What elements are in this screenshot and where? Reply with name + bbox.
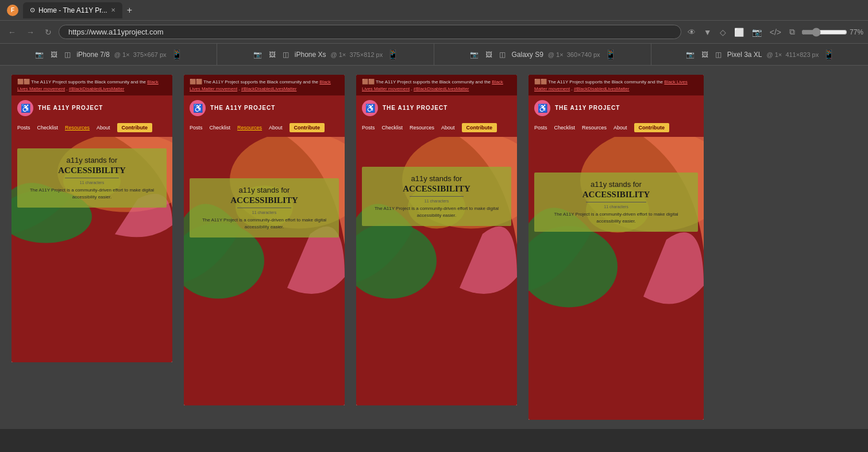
nav-checklist-s9[interactable]: Checklist bbox=[382, 125, 403, 131]
site-nav-header-pixel3axl: ♿ THE A11Y PROJECT bbox=[528, 95, 704, 121]
site-hero-galaxys9: a11y stands for ACCESSIBILITY 11 charact… bbox=[356, 137, 517, 309]
device-screenshot-icon-iphone78[interactable]: 🖼 bbox=[49, 49, 59, 60]
site-hero-iphone78: a11y stands for ACCESSIBILITY 11 charact… bbox=[11, 137, 172, 252]
site-logo-text-p3: THE A11Y PROJECT bbox=[555, 105, 620, 111]
nav-about-p3[interactable]: About bbox=[614, 125, 627, 131]
device-frame-iphonexs: 🟫🟫 The A11Y Project supports the Black c… bbox=[184, 75, 345, 405]
new-tab-button[interactable]: + bbox=[125, 5, 134, 16]
nav-about-xs[interactable]: About bbox=[269, 125, 283, 131]
nav-contribute-button[interactable]: Contribute bbox=[117, 123, 153, 132]
shield-icon[interactable]: ◇ bbox=[717, 25, 729, 39]
nav-posts-xs[interactable]: Posts bbox=[190, 125, 203, 131]
accessibility-icon: ♿ bbox=[21, 104, 30, 113]
site-logo-circle-p3: ♿ bbox=[534, 100, 550, 116]
device-info-pixel3axl: @ 1× 411×823 px bbox=[766, 51, 819, 58]
site-hero-pixel3axl: a11y stands for ACCESSIBILITY 11 charact… bbox=[528, 137, 704, 321]
site-nav-header-iphone78: ♿ THE A11Y PROJECT bbox=[11, 95, 172, 121]
device-layers-icon-iphone78[interactable]: ◫ bbox=[63, 49, 72, 60]
devtools-icon[interactable]: </> bbox=[767, 25, 784, 39]
banner-text: The A11Y Project supports the Black comm… bbox=[31, 79, 146, 85]
nav-resources-xs[interactable]: Resources bbox=[237, 125, 262, 131]
hero-title-line2-p3: ACCESSIBILITY bbox=[541, 190, 691, 200]
hero-title-line2-xs: ACCESSIBILITY bbox=[196, 196, 332, 205]
device-name-iphone78: iPhone 7/8 bbox=[76, 51, 109, 59]
site-nav-iphonexs: Posts Checklist Resources About Contribu… bbox=[184, 121, 345, 137]
banner-bdlm-link-xs[interactable]: #BlackDisabledLivesMatter bbox=[241, 86, 297, 91]
hero-footnote-p3: 11 characters bbox=[541, 205, 691, 209]
device-info-iphonexs: @ 1× 375×812 px bbox=[330, 51, 383, 58]
nav-about-s9[interactable]: About bbox=[441, 125, 455, 131]
site-logo-text-s9: THE A11Y PROJECT bbox=[383, 105, 447, 111]
device-screenshot-icon-iphonexs[interactable]: 🖼 bbox=[268, 49, 277, 60]
device-icon-iphonexs: 📱 bbox=[387, 49, 399, 60]
device-info-iphone78: @ 1× 375×667 px bbox=[114, 51, 167, 58]
nav-posts-s9[interactable]: Posts bbox=[362, 125, 375, 131]
browser-chrome: F ⊙ Home - The A11Y Pr... ✕ + bbox=[0, 0, 868, 21]
site-logo-text: THE A11Y PROJECT bbox=[38, 105, 103, 111]
site-logo-circle-s9: ♿ bbox=[362, 100, 378, 116]
device-name-iphonexs: iPhone Xs bbox=[295, 51, 326, 59]
responsive-mode-icon[interactable]: ⧉ bbox=[786, 25, 798, 39]
bookmark-icon[interactable]: ⬜ bbox=[731, 25, 747, 39]
nav-checklist-p3[interactable]: Checklist bbox=[554, 125, 576, 131]
device-frame-galaxys9: 🟫🟫 The A11Y Project supports the Black c… bbox=[356, 75, 517, 405]
nav-contribute-button-p3[interactable]: Contribute bbox=[634, 123, 670, 132]
device-layers-icon-pixel3axl[interactable]: ◫ bbox=[714, 49, 723, 60]
device-icon-iphone78: 📱 bbox=[171, 49, 183, 60]
tab-bar: ⊙ Home - The A11Y Pr... ✕ + bbox=[23, 2, 134, 18]
filter-icon[interactable]: ▼ bbox=[701, 25, 715, 39]
device-info-galaxys9: @ 1× 360×740 px bbox=[548, 51, 600, 58]
nav-checklist[interactable]: Checklist bbox=[37, 125, 59, 131]
screenshot-icon[interactable]: 📷 bbox=[749, 25, 765, 39]
forward-button[interactable]: → bbox=[23, 25, 38, 39]
hero-divider bbox=[65, 178, 119, 178]
site-nav-galaxys9: Posts Checklist Resources About Contribu… bbox=[356, 121, 517, 137]
nav-contribute-button-xs[interactable]: Contribute bbox=[290, 123, 325, 132]
nav-resources-s9[interactable]: Resources bbox=[410, 125, 434, 131]
device-layers-icon-iphonexs[interactable]: ◫ bbox=[281, 49, 290, 60]
device-camera-icon-iphone78[interactable]: 📷 bbox=[34, 49, 45, 60]
device-preview-pixel3axl: 🟫🟫 The A11Y Project supports the Black c… bbox=[528, 75, 704, 420]
nav-checklist-xs[interactable]: Checklist bbox=[210, 125, 231, 131]
device-icon-pixel3axl: 📱 bbox=[823, 49, 835, 60]
site-content-pixel3axl: 🟫🟫 The A11Y Project supports the Black c… bbox=[528, 75, 704, 420]
accessibility-icon-s9: ♿ bbox=[365, 104, 375, 113]
back-button[interactable]: ← bbox=[5, 25, 20, 39]
hero-footnote: 11 characters bbox=[24, 181, 160, 185]
address-bar-row: ← → ↻ https://www.a11yproject.com 👁 ▼ ◇ … bbox=[0, 21, 868, 44]
reload-button[interactable]: ↻ bbox=[41, 25, 55, 39]
device-screenshot-icon-pixel3axl[interactable]: 🖼 bbox=[700, 49, 709, 60]
active-tab[interactable]: ⊙ Home - The A11Y Pr... ✕ bbox=[23, 2, 122, 18]
hero-subtitle-s9: The A11Y Project is a community-driven e… bbox=[369, 205, 504, 219]
nav-posts-p3[interactable]: Posts bbox=[534, 125, 547, 131]
site-banner-iphone78: 🟫🟫 The A11Y Project supports the Black c… bbox=[11, 75, 172, 95]
site-logo-circle: ♿ bbox=[17, 100, 33, 116]
device-layers-icon-galaxys9[interactable]: ◫ bbox=[498, 49, 507, 60]
device-camera-icon-iphonexs[interactable]: 📷 bbox=[252, 49, 263, 60]
hero-title-line1-p3: a11y stands for bbox=[541, 179, 691, 190]
tab-close-button[interactable]: ✕ bbox=[111, 7, 115, 13]
nav-posts[interactable]: Posts bbox=[17, 125, 30, 131]
device-name-galaxys9: Galaxy S9 bbox=[511, 51, 543, 59]
tab-favicon: ⊙ bbox=[30, 6, 35, 14]
zoom-control: 77% bbox=[801, 28, 863, 37]
site-content-iphone78: 🟫🟫 The A11Y Project supports the Black c… bbox=[11, 75, 172, 362]
reader-view-icon[interactable]: 👁 bbox=[685, 25, 699, 39]
zoom-slider[interactable] bbox=[801, 28, 847, 37]
device-camera-icon-pixel3axl[interactable]: 📷 bbox=[685, 49, 696, 60]
hero-title-line1-xs: a11y stands for bbox=[196, 185, 332, 196]
banner-bdlm-link[interactable]: #BlackDisabledLivesMatter bbox=[69, 86, 125, 91]
address-bar[interactable]: https://www.a11yproject.com bbox=[59, 25, 681, 39]
banner-bdlm-link-s9[interactable]: #BlackDisabledLivesMatter bbox=[414, 86, 469, 91]
device-camera-icon-galaxys9[interactable]: 📷 bbox=[469, 49, 480, 60]
banner-bdlm-link-p3[interactable]: #BlackDisabledLivesMatter bbox=[574, 86, 630, 91]
nav-resources[interactable]: Resources bbox=[65, 125, 90, 131]
nav-resources-p3[interactable]: Resources bbox=[582, 125, 607, 131]
zoom-value: 77% bbox=[850, 28, 863, 36]
nav-contribute-button-s9[interactable]: Contribute bbox=[462, 123, 497, 132]
device-screenshot-icon-galaxys9[interactable]: 🖼 bbox=[484, 49, 493, 60]
nav-about[interactable]: About bbox=[97, 125, 110, 131]
site-nav-header-iphonexs: ♿ THE A11Y PROJECT bbox=[184, 95, 345, 121]
site-nav-iphone78: Posts Checklist Resources About Contribu… bbox=[11, 121, 172, 137]
site-content-iphonexs: 🟫🟫 The A11Y Project supports the Black c… bbox=[184, 75, 345, 405]
